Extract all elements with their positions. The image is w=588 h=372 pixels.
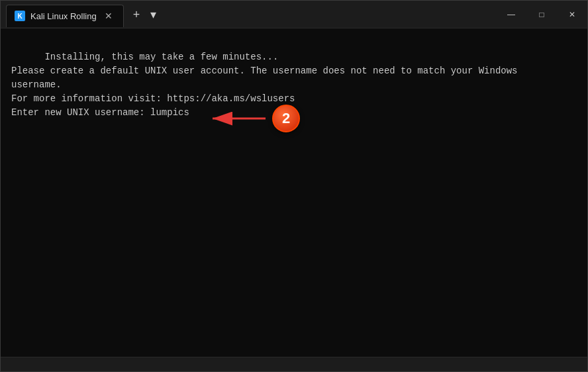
tab-dropdown-button[interactable]: ▾ bbox=[146, 7, 160, 22]
close-button[interactable]: ✕ bbox=[557, 1, 587, 28]
maximize-button[interactable]: □ bbox=[526, 1, 557, 28]
new-tab-button[interactable]: + bbox=[129, 7, 144, 22]
tab-controls: + ▾ bbox=[124, 7, 166, 22]
annotation: 2 bbox=[206, 105, 300, 132]
step-badge: 2 bbox=[272, 105, 300, 132]
tab-area: K Kali Linux Rolling ✕ + ▾ bbox=[6, 1, 496, 28]
arrow-icon bbox=[206, 105, 272, 132]
tab-icon: K bbox=[15, 11, 25, 21]
tab-close-button[interactable]: ✕ bbox=[102, 9, 115, 23]
status-bar bbox=[1, 357, 587, 371]
title-bar: K Kali Linux Rolling ✕ + ▾ — □ ✕ bbox=[1, 1, 587, 28]
terminal-window: K Kali Linux Rolling ✕ + ▾ — □ ✕ Install… bbox=[0, 0, 588, 372]
tab-label: Kali Linux Rolling bbox=[30, 11, 97, 21]
active-tab[interactable]: K Kali Linux Rolling ✕ bbox=[6, 5, 124, 27]
window-controls: — □ ✕ bbox=[496, 1, 587, 28]
minimize-button[interactable]: — bbox=[496, 1, 526, 28]
terminal-body[interactable]: Installing, this may take a few minutes.… bbox=[1, 28, 587, 357]
